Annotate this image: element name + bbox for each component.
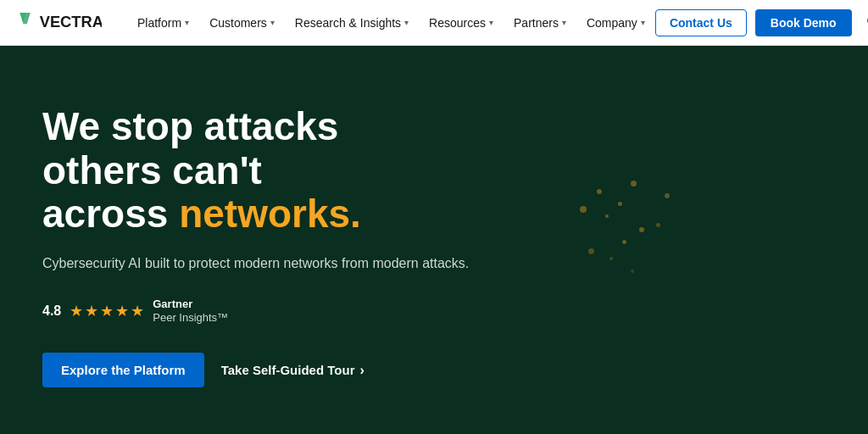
headline-highlight: networks. xyxy=(179,192,361,236)
book-demo-button[interactable]: Book Demo xyxy=(755,9,852,36)
hero-section: We stop attacks others can't across netw… xyxy=(0,46,868,434)
nav-items: Platform ▾ Customers ▾ Research & Insigh… xyxy=(127,0,655,46)
chevron-down-icon: ▾ xyxy=(404,18,409,27)
star-4: ★ xyxy=(115,302,129,320)
self-guided-tour-button[interactable]: Take Self-Guided Tour › xyxy=(221,363,364,378)
gartner-label: Gartner Peer Insights™ xyxy=(153,298,228,326)
nav-platform[interactable]: Platform ▾ xyxy=(127,0,199,46)
hero-content: We stop attacks others can't across netw… xyxy=(42,105,469,387)
nav-research-insights[interactable]: Research & Insights ▾ xyxy=(285,0,419,46)
search-icon[interactable] xyxy=(860,8,868,37)
hero-decorative-dots xyxy=(529,155,698,325)
hero-headline: We stop attacks others can't across netw… xyxy=(42,105,469,236)
rating-row: 4.8 ★ ★ ★ ★ ★ Gartner Peer Insights™ xyxy=(42,298,469,326)
nav-customers[interactable]: Customers ▾ xyxy=(199,0,285,46)
star-3: ★ xyxy=(100,302,114,320)
nav-actions: Contact Us Book Demo English ▾ xyxy=(655,8,868,37)
rating-number: 4.8 xyxy=(42,303,61,319)
hero-subtext: Cybersecurity AI built to protect modern… xyxy=(42,253,469,274)
star-1: ★ xyxy=(70,302,83,320)
nav-resources[interactable]: Resources ▾ xyxy=(419,0,504,46)
chevron-down-icon: ▾ xyxy=(489,18,493,27)
nav-company[interactable]: Company ▾ xyxy=(576,0,655,46)
arrow-right-icon: › xyxy=(360,363,364,378)
chevron-down-icon: ▾ xyxy=(270,18,275,27)
star-5: ★ xyxy=(131,302,144,320)
chevron-down-icon: ▾ xyxy=(641,18,645,27)
star-rating: ★ ★ ★ ★ ★ xyxy=(70,302,144,320)
navbar: VECTRA Platform ▾ Customers ▾ Research &… xyxy=(0,0,868,46)
nav-partners[interactable]: Partners ▾ xyxy=(504,0,576,46)
chevron-down-icon: ▾ xyxy=(185,18,189,27)
chevron-down-icon: ▾ xyxy=(562,18,566,27)
star-2: ★ xyxy=(85,302,98,320)
hero-buttons: Explore the Platform Take Self-Guided To… xyxy=(42,353,469,387)
svg-text:VECTRA: VECTRA xyxy=(40,12,102,30)
explore-platform-button[interactable]: Explore the Platform xyxy=(42,353,204,387)
contact-us-button[interactable]: Contact Us xyxy=(655,9,747,36)
logo[interactable]: VECTRA xyxy=(17,8,102,37)
